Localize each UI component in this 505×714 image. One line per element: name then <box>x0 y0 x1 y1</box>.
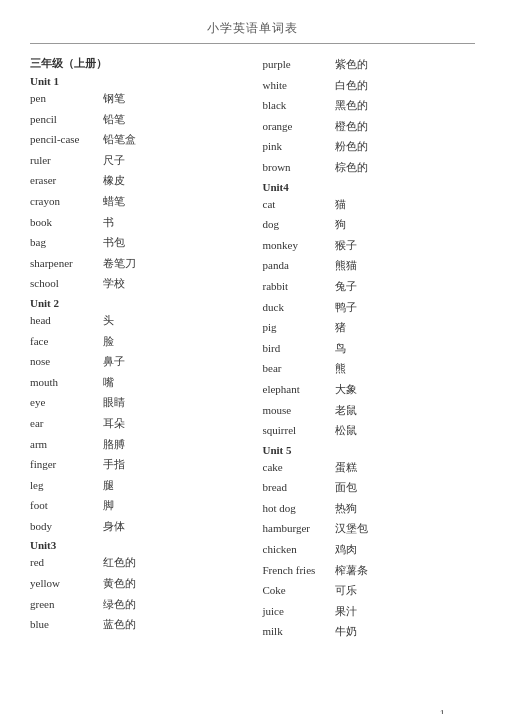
vocab-en: dog <box>263 216 333 234</box>
list-item: bag 书包 <box>30 234 243 252</box>
list-item: mouth 嘴 <box>30 374 243 392</box>
list-item: monkey 猴子 <box>263 237 476 255</box>
vocab-en: hamburger <box>263 520 333 538</box>
vocab-zh: 脚 <box>103 499 114 511</box>
grade-header: 三年级（上册） <box>30 56 243 71</box>
vocab-en: duck <box>263 299 333 317</box>
list-item: yellow 黄色的 <box>30 575 243 593</box>
list-item: book 书 <box>30 214 243 232</box>
vocab-zh: 熊 <box>335 362 346 374</box>
list-item: school 学校 <box>30 275 243 293</box>
page-title: 小学英语单词表 <box>30 20 475 37</box>
list-item: body 身体 <box>30 518 243 536</box>
list-item: orange 橙色的 <box>263 118 476 136</box>
vocab-zh: 蜡笔 <box>103 195 125 207</box>
vocab-zh: 白色的 <box>335 79 368 91</box>
vocab-zh: 松鼠 <box>335 424 357 436</box>
vocab-zh: 蛋糕 <box>335 461 357 473</box>
vocab-en: juice <box>263 603 333 621</box>
list-item: rabbit 兔子 <box>263 278 476 296</box>
vocab-zh: 熊猫 <box>335 259 357 271</box>
vocab-en: pig <box>263 319 333 337</box>
vocab-en: nose <box>30 353 100 371</box>
divider <box>30 43 475 44</box>
list-item: elephant 大象 <box>263 381 476 399</box>
vocab-en: arm <box>30 436 100 454</box>
list-item: eraser 橡皮 <box>30 172 243 190</box>
vocab-en: finger <box>30 456 100 474</box>
vocab-en: crayon <box>30 193 100 211</box>
vocab-zh: 黑色的 <box>335 99 368 111</box>
vocab-zh: 腿 <box>103 479 114 491</box>
vocab-en: pink <box>263 138 333 156</box>
vocab-en: hot dog <box>263 500 333 518</box>
vocab-en: yellow <box>30 575 100 593</box>
list-item: bear 熊 <box>263 360 476 378</box>
vocab-zh: 红色的 <box>103 556 136 568</box>
vocab-zh: 耳朵 <box>103 417 125 429</box>
page-number: 1 <box>440 707 446 714</box>
vocab-zh: 嘴 <box>103 376 114 388</box>
vocab-zh: 身体 <box>103 520 125 532</box>
vocab-en: red <box>30 554 100 572</box>
vocab-en: black <box>263 97 333 115</box>
vocab-en: orange <box>263 118 333 136</box>
right-column: purple 紫色的white 白色的black 黑色的orange 橙色的pi… <box>253 56 476 644</box>
list-item: black 黑色的 <box>263 97 476 115</box>
unit-header: Unit 5 <box>263 444 476 456</box>
list-item: pink 粉色的 <box>263 138 476 156</box>
vocab-zh: 橙色的 <box>335 120 368 132</box>
vocab-en: cat <box>263 196 333 214</box>
vocab-en: eraser <box>30 172 100 190</box>
page-wrapper: 小学英语单词表 三年级（上册）Unit 1pen 钢笔pencil 铅笔penc… <box>30 20 475 714</box>
vocab-en: body <box>30 518 100 536</box>
vocab-zh: 面包 <box>335 481 357 493</box>
vocab-zh: 铅笔盒 <box>103 133 136 145</box>
list-item: pig 猪 <box>263 319 476 337</box>
list-item: panda 熊猫 <box>263 257 476 275</box>
vocab-en: bread <box>263 479 333 497</box>
list-item: blue 蓝色的 <box>30 616 243 634</box>
list-item: green 绿色的 <box>30 596 243 614</box>
list-item: purple 紫色的 <box>263 56 476 74</box>
vocab-zh: 手指 <box>103 458 125 470</box>
vocab-zh: 果汁 <box>335 605 357 617</box>
vocab-zh: 猪 <box>335 321 346 333</box>
vocab-en: green <box>30 596 100 614</box>
vocab-en: head <box>30 312 100 330</box>
vocab-en: panda <box>263 257 333 275</box>
vocab-zh: 尺子 <box>103 154 125 166</box>
vocab-zh: 鸭子 <box>335 301 357 313</box>
list-item: Coke 可乐 <box>263 582 476 600</box>
vocab-en: leg <box>30 477 100 495</box>
vocab-zh: 榨薯条 <box>335 564 368 576</box>
vocab-zh: 钢笔 <box>103 92 125 104</box>
vocab-zh: 紫色的 <box>335 58 368 70</box>
vocab-en: blue <box>30 616 100 634</box>
vocab-zh: 鸟 <box>335 342 346 354</box>
vocab-zh: 兔子 <box>335 280 357 292</box>
vocab-zh: 猫 <box>335 198 346 210</box>
list-item: nose 鼻子 <box>30 353 243 371</box>
vocab-zh: 粉色的 <box>335 140 368 152</box>
vocab-zh: 铅笔 <box>103 113 125 125</box>
vocab-en: monkey <box>263 237 333 255</box>
unit-header: Unit3 <box>30 539 243 551</box>
vocab-zh: 书包 <box>103 236 125 248</box>
vocab-zh: 鸡肉 <box>335 543 357 555</box>
list-item: ear 耳朵 <box>30 415 243 433</box>
vocab-en: brown <box>263 159 333 177</box>
list-item: bread 面包 <box>263 479 476 497</box>
vocab-en: book <box>30 214 100 232</box>
list-item: squirrel 松鼠 <box>263 422 476 440</box>
vocab-en: squirrel <box>263 422 333 440</box>
list-item: bird 鸟 <box>263 340 476 358</box>
list-item: eye 眼睛 <box>30 394 243 412</box>
list-item: juice 果汁 <box>263 603 476 621</box>
vocab-zh: 蓝色的 <box>103 618 136 630</box>
list-item: crayon 蜡笔 <box>30 193 243 211</box>
list-item: pencil 铅笔 <box>30 111 243 129</box>
list-item: sharpener 卷笔刀 <box>30 255 243 273</box>
vocab-en: bear <box>263 360 333 378</box>
list-item: brown 棕色的 <box>263 159 476 177</box>
